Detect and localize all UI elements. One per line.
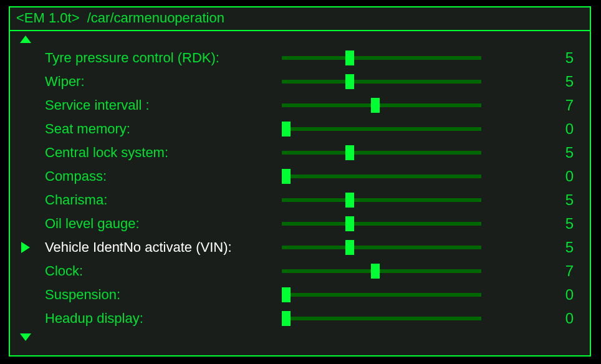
settings-row[interactable]: Clock:7 <box>20 259 580 283</box>
slider-track <box>282 317 481 320</box>
settings-row[interactable]: Seat memory:0 <box>20 117 580 141</box>
slider-track <box>282 222 481 226</box>
setting-slider[interactable] <box>282 122 481 136</box>
settings-row[interactable]: Charisma:5 <box>20 188 580 212</box>
setting-value: 5 <box>524 49 580 67</box>
setting-label: Compass: <box>45 168 282 184</box>
setting-value: 5 <box>524 73 580 90</box>
title-bar: <EM 1.0t> /car/carmenuoperation <box>10 7 590 31</box>
triangle-up-icon <box>20 36 31 43</box>
setting-slider[interactable] <box>282 74 481 89</box>
setting-label: Headup display: <box>45 310 282 327</box>
setting-value: 5 <box>524 191 580 209</box>
setting-slider[interactable] <box>282 311 481 326</box>
slider-track <box>282 198 481 202</box>
slider-track <box>282 103 481 107</box>
slider-track <box>282 269 481 273</box>
slider-thumb[interactable] <box>282 169 291 184</box>
settings-row[interactable]: Central lock system:5 <box>20 141 580 165</box>
settings-row[interactable]: Service intervall :7 <box>20 93 580 117</box>
setting-value: 5 <box>524 144 580 161</box>
setting-slider[interactable] <box>282 240 481 255</box>
setting-slider[interactable] <box>282 145 481 160</box>
setting-label: Suspension: <box>45 287 282 303</box>
setting-slider[interactable] <box>282 193 481 208</box>
setting-value: 0 <box>524 120 580 138</box>
slider-thumb[interactable] <box>345 145 354 160</box>
slider-thumb[interactable] <box>345 240 354 255</box>
setting-label: Clock: <box>45 263 282 279</box>
setting-label: Service intervall : <box>45 97 282 113</box>
setting-label: Seat memory: <box>45 121 282 137</box>
slider-thumb[interactable] <box>371 98 380 113</box>
slider-track <box>282 175 481 178</box>
slider-thumb[interactable] <box>345 50 354 65</box>
title-path: /car/carmenuoperation <box>87 10 224 26</box>
settings-row[interactable]: Tyre pressure control (RDK):5 <box>20 46 580 70</box>
setting-label: Wiper: <box>45 74 282 90</box>
setting-label: Vehicle IdentNo activate (VIN): <box>45 239 282 256</box>
setting-label: Tyre pressure control (RDK): <box>45 50 282 66</box>
setting-slider[interactable] <box>282 216 481 231</box>
scroll-up-button[interactable] <box>10 34 590 46</box>
setting-slider[interactable] <box>282 287 481 302</box>
setting-value: 0 <box>524 286 580 304</box>
slider-thumb[interactable] <box>371 264 380 279</box>
setting-value: 7 <box>524 97 580 114</box>
setting-slider[interactable] <box>282 169 481 184</box>
setting-slider[interactable] <box>282 98 481 113</box>
settings-list: Tyre pressure control (RDK):5Wiper:5Serv… <box>10 46 590 330</box>
slider-thumb[interactable] <box>345 74 354 89</box>
slider-thumb[interactable] <box>345 216 354 231</box>
slider-track <box>282 151 481 155</box>
cursor-column <box>20 242 45 253</box>
slider-thumb[interactable] <box>282 311 291 326</box>
settings-row[interactable]: Suspension:0 <box>20 283 580 307</box>
setting-slider[interactable] <box>282 50 481 65</box>
slider-track <box>282 56 481 60</box>
settings-row[interactable]: Vehicle IdentNo activate (VIN):5 <box>20 236 580 259</box>
setting-value: 5 <box>524 215 580 232</box>
setting-value: 0 <box>524 168 580 185</box>
settings-row[interactable]: Wiper:5 <box>20 70 580 93</box>
settings-row[interactable]: Compass:0 <box>20 165 580 188</box>
slider-thumb[interactable] <box>282 287 291 302</box>
setting-slider[interactable] <box>282 264 481 279</box>
settings-row[interactable]: Oil level gauge:5 <box>20 212 580 236</box>
slider-thumb[interactable] <box>282 122 291 136</box>
app-window: <EM 1.0t> /car/carmenuoperation Tyre pre… <box>9 6 591 357</box>
cursor-arrow-icon <box>21 242 30 253</box>
setting-label: Oil level gauge: <box>45 216 282 232</box>
title-prefix: <EM 1.0t> <box>16 10 80 26</box>
setting-value: 0 <box>524 310 580 327</box>
setting-label: Charisma: <box>45 192 282 208</box>
setting-value: 7 <box>524 262 580 280</box>
slider-track <box>282 293 481 297</box>
settings-row[interactable]: Headup display:0 <box>20 307 580 330</box>
slider-track <box>282 80 481 84</box>
scroll-down-button[interactable] <box>10 332 590 344</box>
setting-value: 5 <box>524 239 580 256</box>
slider-track <box>282 246 481 249</box>
slider-track <box>282 127 481 131</box>
triangle-down-icon <box>20 333 31 341</box>
slider-thumb[interactable] <box>345 193 354 208</box>
setting-label: Central lock system: <box>45 145 282 161</box>
